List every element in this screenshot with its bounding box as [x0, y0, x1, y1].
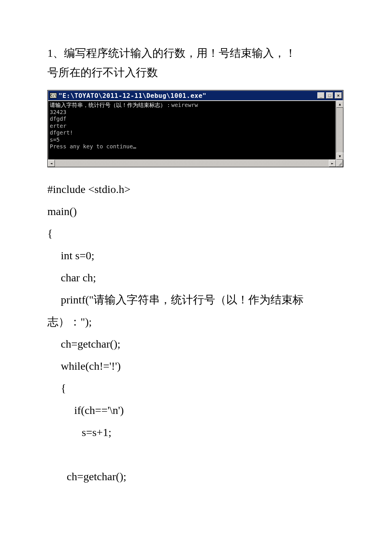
- code-line: {: [47, 223, 345, 245]
- blank-line: [47, 444, 345, 466]
- code-line: char ch;: [47, 267, 345, 289]
- code-line: int s=0;: [47, 245, 345, 267]
- code-line: if(ch=='\n'): [47, 399, 345, 421]
- window-titlebar: C:\ "E:\TOYATO\2011-12-11\Debug\1001.exe…: [48, 90, 343, 101]
- console-body-wrap: 请输入字符串，统计行号（以！作为结束标志）：weirewrw 32423 dfg…: [48, 101, 343, 160]
- console-prompt-tail: weirewrw: [171, 102, 198, 108]
- console-line: erter: [50, 123, 66, 129]
- scroll-up-icon[interactable]: ▲: [336, 101, 343, 108]
- code-line: {: [47, 377, 345, 399]
- close-button[interactable]: ×: [335, 92, 342, 99]
- scroll-right-icon[interactable]: ►: [329, 160, 336, 167]
- vertical-scrollbar[interactable]: ▲ ▼: [336, 101, 343, 160]
- console-line: s=5: [50, 137, 60, 143]
- code-line: main(): [47, 200, 345, 223]
- minimize-button[interactable]: _: [317, 92, 324, 99]
- code-line: while(ch!='!'): [47, 355, 345, 377]
- resize-grip-icon[interactable]: [336, 160, 343, 167]
- code-line: printf("请输入字符串，统计行号（以！作为结束标: [47, 289, 345, 311]
- scroll-left-icon[interactable]: ◄: [48, 160, 55, 167]
- code-line: ch=getchar();: [47, 333, 345, 355]
- console-line: 32423: [50, 109, 66, 115]
- cursor-icon: [133, 148, 136, 148]
- code-line: s=s+1;: [47, 421, 345, 444]
- cmd-icon: C:\: [50, 93, 57, 98]
- scroll-down-icon[interactable]: ▼: [336, 153, 343, 160]
- maximize-button[interactable]: □: [326, 92, 333, 99]
- window-title: "E:\TOYATO\2011-12-11\Debug\1001.exe": [58, 92, 316, 99]
- code-line: ch=getchar();: [47, 466, 345, 488]
- problem-statement: 1、编写程序统计输入的行数，用！号结束输入，！ 号所在的行不计入行数: [47, 43, 345, 82]
- console-line: dfgdf: [50, 116, 66, 122]
- code-line: 志）：");: [47, 311, 345, 333]
- source-code: #include <stdio.h> main() { int s=0; cha…: [47, 178, 345, 488]
- scroll-track[interactable]: [336, 108, 343, 153]
- console-output: 请输入字符串，统计行号（以！作为结束标志）：weirewrw 32423 dfg…: [48, 101, 336, 160]
- console-line: Press any key to continue: [50, 143, 133, 150]
- scroll-track-h[interactable]: [55, 160, 329, 167]
- problem-line-1: 1、编写程序统计输入的行数，用！号结束输入，！: [47, 43, 345, 63]
- console-prompt-highlight: 请输入字符串，统计行号（以！作为结束标志）：: [50, 102, 171, 108]
- console-window: C:\ "E:\TOYATO\2011-12-11\Debug\1001.exe…: [47, 90, 343, 167]
- code-line: #include <stdio.h>: [47, 178, 345, 200]
- problem-line-2: 号所在的行不计入行数: [47, 63, 345, 82]
- console-line: dfgert!: [50, 129, 73, 136]
- horizontal-scrollbar[interactable]: ◄ ►: [48, 160, 343, 167]
